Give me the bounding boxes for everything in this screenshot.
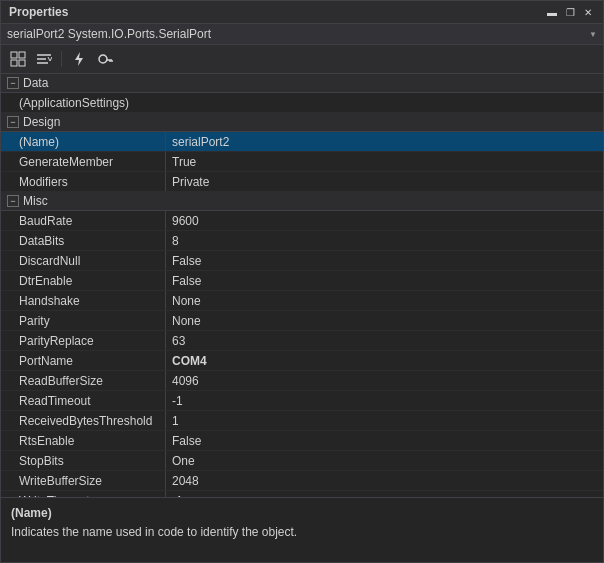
prop-value-databits: 8 <box>166 231 603 250</box>
section-data[interactable]: − Data <box>1 74 603 93</box>
prop-name-handshake: Handshake <box>1 291 166 310</box>
minimize-button[interactable]: ▬ <box>545 5 559 19</box>
prop-value-discardnull: False <box>166 251 603 270</box>
prop-value-stopbits: One <box>166 451 603 470</box>
prop-name-parityreplace: ParityReplace <box>1 331 166 350</box>
alphabetical-icon <box>36 51 52 67</box>
section-design-toggle[interactable]: − <box>7 116 19 128</box>
prop-value-rtsenable: False <box>166 431 603 450</box>
prop-row-generatemember[interactable]: GenerateMember True <box>1 152 603 172</box>
properties-grid: − Data (ApplicationSettings) − Design (N… <box>1 74 603 497</box>
events-button[interactable] <box>68 48 90 70</box>
prop-value-dtrenable: False <box>166 271 603 290</box>
prop-name-modifiers: Modifiers <box>1 172 166 191</box>
prop-name-parity: Parity <box>1 311 166 330</box>
prop-name-readbuffersize: ReadBufferSize <box>1 371 166 390</box>
prop-value-name: serialPort2 <box>166 132 603 151</box>
prop-row-databits[interactable]: DataBits 8 <box>1 231 603 251</box>
chevron-down-icon: ▼ <box>589 30 597 39</box>
prop-name-receivedbytesthreshold: ReceivedBytesThreshold <box>1 411 166 430</box>
prop-name-databits: DataBits <box>1 231 166 250</box>
prop-row-application-settings[interactable]: (ApplicationSettings) <box>1 93 603 113</box>
prop-row-readbuffersize[interactable]: ReadBufferSize 4096 <box>1 371 603 391</box>
prop-name-writebuffersize: WriteBufferSize <box>1 471 166 490</box>
prop-name-name: (Name) <box>1 132 166 151</box>
prop-name-readtimeout: ReadTimeout <box>1 391 166 410</box>
key-icon <box>97 51 113 67</box>
prop-value-readbuffersize: 4096 <box>166 371 603 390</box>
property-pages-button[interactable] <box>94 48 116 70</box>
svg-rect-3 <box>19 60 25 66</box>
prop-row-receivedbytesthreshold[interactable]: ReceivedBytesThreshold 1 <box>1 411 603 431</box>
svg-rect-1 <box>19 52 25 58</box>
prop-value-parityreplace: 63 <box>166 331 603 350</box>
object-selector-value: serialPort2 System.IO.Ports.SerialPort <box>7 27 211 41</box>
title-bar: Properties ▬ ❐ ✕ <box>1 1 603 24</box>
prop-row-baudrate[interactable]: BaudRate 9600 <box>1 211 603 231</box>
svg-point-8 <box>99 55 107 63</box>
section-design-label: Design <box>23 115 60 129</box>
prop-value-baudrate: 9600 <box>166 211 603 230</box>
prop-value-modifiers: Private <box>166 172 603 191</box>
object-selector[interactable]: serialPort2 System.IO.Ports.SerialPort ▼ <box>1 24 603 45</box>
section-misc[interactable]: − Misc <box>1 192 603 211</box>
prop-name-portname: PortName <box>1 351 166 370</box>
categorized-view-button[interactable] <box>7 48 29 70</box>
svg-rect-0 <box>11 52 17 58</box>
prop-name-dtrenable: DtrEnable <box>1 271 166 290</box>
svg-rect-2 <box>11 60 17 66</box>
categorized-icon <box>10 51 26 67</box>
prop-row-modifiers[interactable]: Modifiers Private <box>1 172 603 192</box>
toolbar-separator <box>61 51 62 67</box>
prop-value-writebuffersize: 2048 <box>166 471 603 490</box>
prop-row-name[interactable]: (Name) serialPort2 <box>1 132 603 152</box>
prop-name-generatemember: GenerateMember <box>1 152 166 171</box>
prop-name-application-settings: (ApplicationSettings) <box>1 93 603 112</box>
title-label: Properties <box>9 5 68 19</box>
prop-row-parity[interactable]: Parity None <box>1 311 603 331</box>
lightning-icon <box>71 51 87 67</box>
svg-marker-7 <box>75 52 83 66</box>
section-misc-toggle[interactable]: − <box>7 195 19 207</box>
prop-row-readtimeout[interactable]: ReadTimeout -1 <box>1 391 603 411</box>
toolbar <box>1 45 603 74</box>
prop-row-stopbits[interactable]: StopBits One <box>1 451 603 471</box>
prop-name-discardnull: DiscardNull <box>1 251 166 270</box>
info-panel: (Name) Indicates the name used in code t… <box>1 497 603 562</box>
prop-row-handshake[interactable]: Handshake None <box>1 291 603 311</box>
section-misc-label: Misc <box>23 194 48 208</box>
prop-row-parityreplace[interactable]: ParityReplace 63 <box>1 331 603 351</box>
prop-value-parity: None <box>166 311 603 330</box>
info-description: Indicates the name used in code to ident… <box>11 524 593 541</box>
prop-value-handshake: None <box>166 291 603 310</box>
section-data-toggle[interactable]: − <box>7 77 19 89</box>
title-bar-controls: ▬ ❐ ✕ <box>545 5 595 19</box>
prop-row-rtsenable[interactable]: RtsEnable False <box>1 431 603 451</box>
section-data-label: Data <box>23 76 48 90</box>
info-title: (Name) <box>11 506 593 520</box>
prop-name-baudrate: BaudRate <box>1 211 166 230</box>
restore-button[interactable]: ❐ <box>563 5 577 19</box>
properties-panel: Properties ▬ ❐ ✕ serialPort2 System.IO.P… <box>0 0 604 563</box>
prop-value-portname: COM4 <box>166 351 603 370</box>
section-design[interactable]: − Design <box>1 113 603 132</box>
prop-name-stopbits: StopBits <box>1 451 166 470</box>
prop-name-rtsenable: RtsEnable <box>1 431 166 450</box>
prop-row-dtrenable[interactable]: DtrEnable False <box>1 271 603 291</box>
prop-row-writebuffersize[interactable]: WriteBufferSize 2048 <box>1 471 603 491</box>
prop-value-generatemember: True <box>166 152 603 171</box>
prop-value-readtimeout: -1 <box>166 391 603 410</box>
prop-row-discardnull[interactable]: DiscardNull False <box>1 251 603 271</box>
close-button[interactable]: ✕ <box>581 5 595 19</box>
alphabetical-view-button[interactable] <box>33 48 55 70</box>
prop-row-portname[interactable]: PortName COM4 <box>1 351 603 371</box>
prop-value-receivedbytesthreshold: 1 <box>166 411 603 430</box>
